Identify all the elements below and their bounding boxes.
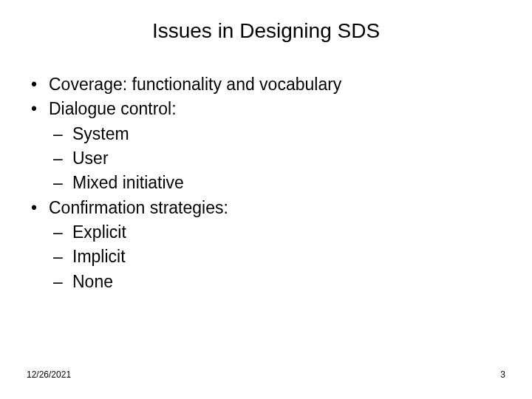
bullet-text: Confirmation strategies: bbox=[49, 196, 502, 220]
sub-text: Explicit bbox=[72, 220, 502, 245]
dash-icon: – bbox=[53, 245, 72, 269]
sub-text: Implicit bbox=[72, 245, 502, 269]
list-item: – User bbox=[27, 146, 502, 171]
list-item: • Confirmation strategies: bbox=[27, 196, 502, 220]
list-item: – System bbox=[27, 122, 502, 146]
slide-content: • Coverage: functionality and vocabulary… bbox=[0, 72, 532, 294]
bullet-text: Coverage: functionality and vocabulary bbox=[49, 72, 502, 97]
bullet-icon: • bbox=[27, 72, 49, 97]
dash-icon: – bbox=[53, 270, 72, 294]
sub-text: System bbox=[72, 122, 502, 146]
slide-footer: 12/26/2021 3 bbox=[27, 369, 505, 380]
slide-title: Issues in Designing SDS bbox=[0, 0, 532, 72]
dash-icon: – bbox=[53, 171, 72, 195]
list-item: – Explicit bbox=[27, 220, 502, 245]
list-item: • Coverage: functionality and vocabulary bbox=[27, 72, 502, 97]
list-item: • Dialogue control: bbox=[27, 97, 502, 121]
slide: Issues in Designing SDS • Coverage: func… bbox=[0, 0, 532, 399]
list-item: – None bbox=[27, 270, 502, 294]
sub-text: Mixed initiative bbox=[72, 171, 502, 195]
sub-text: None bbox=[72, 270, 502, 294]
sub-text: User bbox=[72, 146, 502, 171]
dash-icon: – bbox=[53, 220, 72, 245]
dash-icon: – bbox=[53, 146, 72, 171]
dash-icon: – bbox=[53, 122, 72, 146]
footer-page-number: 3 bbox=[500, 369, 505, 380]
bullet-icon: • bbox=[27, 97, 49, 121]
bullet-text: Dialogue control: bbox=[49, 97, 502, 121]
footer-date: 12/26/2021 bbox=[27, 369, 71, 380]
list-item: – Mixed initiative bbox=[27, 171, 502, 195]
list-item: – Implicit bbox=[27, 245, 502, 269]
bullet-icon: • bbox=[27, 196, 49, 220]
